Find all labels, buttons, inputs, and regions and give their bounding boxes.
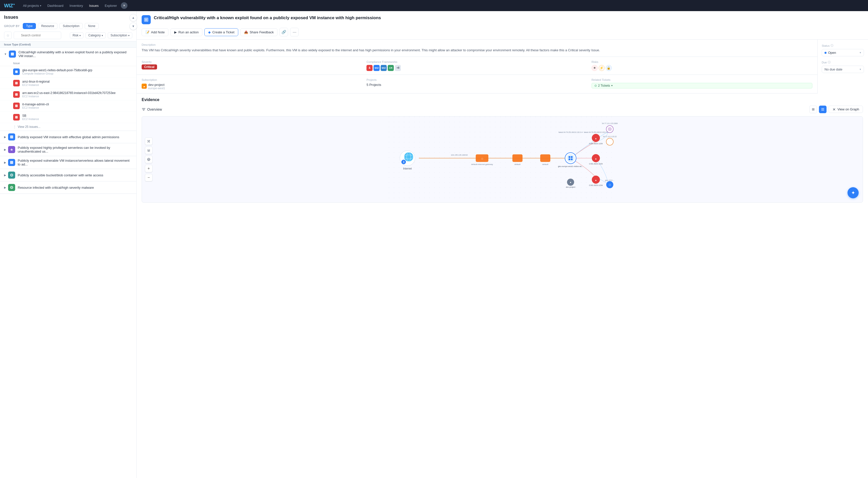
- comp-more[interactable]: +8: [395, 65, 401, 71]
- create-ticket-button[interactable]: ◆ Create a Ticket: [204, 28, 238, 36]
- compliance-icons: & WIZ WIZ CR +8: [367, 65, 587, 71]
- issue-group-4: ▶ Publicly exposed vulnerable VM instanc…: [0, 156, 136, 169]
- subscription-value: ☁ dev-project europe-west1: [142, 83, 363, 90]
- link-button[interactable]: 🔗: [279, 28, 288, 36]
- comp-icon-4[interactable]: CR: [388, 65, 394, 71]
- svg-text:gke-europe-west1-rieltes-de...: gke-europe-west1-rieltes-de...: [558, 165, 583, 168]
- tickets-badge[interactable]: ⊙ 2 Tickets: [592, 83, 812, 89]
- nav-all-projects[interactable]: All projects: [20, 0, 44, 11]
- svg-point-42: [404, 152, 413, 162]
- chevron-right-icon-3: ▶: [4, 148, 6, 151]
- category-filter-button[interactable]: Category: [86, 32, 106, 38]
- graph-zoom-out-button[interactable]: −: [145, 174, 153, 181]
- subscription-info: dev-project europe-west1: [148, 83, 165, 90]
- risk-icon-1[interactable]: ✳: [592, 65, 598, 71]
- scroll-up-button[interactable]: ▲: [136, 14, 137, 22]
- graph-layers-button[interactable]: [145, 146, 153, 154]
- issue-group-header-3[interactable]: ▶ Publicly exposed highly privileged ser…: [0, 143, 136, 156]
- filter-icon: [142, 107, 146, 111]
- svg-point-31: [149, 141, 150, 142]
- share-feedback-button[interactable]: 📤 Share Feedback: [240, 28, 277, 36]
- issue-item-sub-1: Compute Instance Group: [22, 72, 132, 75]
- graph-zoom-in-button[interactable]: +: [145, 165, 153, 172]
- issue-item-1[interactable]: gke-europe-west1-rieltes-default-pool-75…: [0, 66, 136, 77]
- subscription-filter-button[interactable]: Subscription: [108, 32, 132, 38]
- svg-text:⬡: ⬡: [609, 183, 611, 186]
- tickets-value[interactable]: ⊙ 2 Tickets: [592, 83, 812, 89]
- chevron-right-icon: ▶: [4, 135, 6, 139]
- group-none-button[interactable]: None: [85, 23, 99, 29]
- evidence-section: Evidence Overview ⊞ View on Graph: [136, 94, 868, 478]
- run-action-button[interactable]: ▶ Run an action: [170, 28, 202, 36]
- group-resource-button[interactable]: Resource: [38, 23, 57, 29]
- comp-icon-2[interactable]: WIZ: [374, 65, 380, 71]
- issue-item-3[interactable]: arn:aws:ec2:us-east-2:984186218765:insta…: [0, 89, 136, 100]
- issue-group-title-4: Publicly exposed vulnerable VM instance/…: [18, 159, 132, 166]
- issue-group-header-2[interactable]: ▶ Publicly exposed VM instance with effe…: [0, 131, 136, 143]
- floating-action-button[interactable]: ✦: [847, 187, 859, 198]
- nav-dashboard[interactable]: Dashboard: [44, 0, 66, 11]
- status-dropdown[interactable]: Open: [822, 49, 864, 56]
- group-by-row: GROUP BY Type Resource Subscription None: [4, 23, 132, 29]
- nav-close-button[interactable]: ✕: [121, 2, 127, 9]
- risks-label: Risks: [592, 60, 812, 63]
- issues-left-panel: Issues GROUP BY Type Resource Subscripti…: [0, 11, 136, 478]
- group-subscription-button[interactable]: Subscription: [59, 23, 83, 29]
- svg-rect-58: [571, 156, 572, 158]
- add-note-button[interactable]: 📝 Add Note: [142, 28, 168, 36]
- svg-line-24: [833, 108, 834, 109]
- comp-icon-3[interactable]: WIZ: [381, 65, 387, 71]
- view-on-graph-button[interactable]: View on Graph: [829, 106, 863, 113]
- nav-inventory[interactable]: Inventory: [66, 0, 86, 11]
- issue-title-row: Critical/High vulnerability with a known…: [142, 15, 863, 24]
- related-tickets-field: Related Tickets ⊙ 2 Tickets: [592, 78, 812, 90]
- issue-group-header-4[interactable]: ▶ Publicly exposed vulnerable VM instanc…: [0, 156, 136, 169]
- nav-explorer[interactable]: Explorer: [102, 0, 120, 11]
- svg-text:●: ●: [570, 181, 571, 184]
- group-type-button[interactable]: Type: [23, 23, 36, 29]
- issue-item-2[interactable]: amz-linux-it-regional EC2 Instance: [0, 77, 136, 89]
- left-panel-header: Issues GROUP BY Type Resource Subscripti…: [0, 11, 136, 41]
- chevron-right-icon-5: ▶: [4, 174, 6, 177]
- scroll-down-button[interactable]: ▼: [136, 23, 137, 30]
- issue-item-sub-4: EC2 Instance: [22, 106, 132, 109]
- issue-group-title-5: Publicly accessible bucket/blob containe…: [18, 173, 132, 177]
- issue-item-sub-2: EC2 Instance: [22, 83, 132, 87]
- view-more-link[interactable]: ⋮ View 25 issues...: [0, 123, 136, 131]
- issue-group-header-6[interactable]: ▶ Resource infected with critical/high s…: [0, 181, 136, 194]
- nav-issues[interactable]: Issues: [86, 0, 102, 11]
- more-options-button[interactable]: ⋯: [290, 28, 299, 36]
- risk-filter-button[interactable]: Risk: [70, 32, 84, 38]
- issue-group-header-1[interactable]: ▼ Critical/High vulnerability with a kno…: [0, 48, 136, 60]
- search-input[interactable]: [14, 32, 61, 39]
- svg-text:⬡: ⬡: [481, 158, 483, 160]
- compliance-label: Compliance Frameworks: [367, 60, 587, 63]
- issue-list: Issue Type (Control) ▼ Critical/High vul…: [0, 41, 136, 478]
- due-dropdown[interactable]: No due date: [822, 66, 864, 73]
- issue-item-5[interactable]: SB EC2 Instance: [0, 112, 136, 123]
- risk-icon-2[interactable]: ⚡: [599, 65, 605, 71]
- risk-icon-3[interactable]: 🔒: [606, 65, 612, 71]
- star-button[interactable]: ☆: [4, 32, 12, 39]
- list-view-button[interactable]: [819, 106, 827, 113]
- svg-text:default: default: [542, 163, 549, 166]
- issue-item-icon-2: [13, 80, 20, 87]
- issue-sub-list-1: Issue gke-europe-west1-rieltes-default-p…: [0, 60, 136, 131]
- svg-rect-0: [11, 53, 14, 56]
- top-navigation: WIZ✦ All projects Dashboard Inventory Is…: [0, 0, 868, 11]
- svg-rect-20: [147, 19, 148, 20]
- due-label: Due ⓘ: [822, 60, 864, 64]
- comp-icon-1[interactable]: &: [367, 65, 373, 71]
- subscription-icon: ☁: [142, 83, 147, 89]
- grid-view-button[interactable]: ⊞: [809, 106, 817, 113]
- issue-group-header-5[interactable]: ▶ Publicly accessible bucket/blob contai…: [0, 169, 136, 181]
- issue-item-text-5: SB EC2 Instance: [22, 114, 132, 121]
- svg-point-28: [148, 140, 149, 141]
- subscription-region: europe-west1: [148, 87, 165, 90]
- graph-target-button[interactable]: [145, 156, 153, 163]
- issue-sub-header: Issue: [0, 60, 136, 66]
- graph-arrange-button[interactable]: [145, 137, 153, 145]
- issue-group-5: ▶ Publicly accessible bucket/blob contai…: [0, 169, 136, 181]
- subscription-label: Subscription: [142, 78, 363, 81]
- issue-item-4[interactable]: it-manage-admin-cli EC2 Instance: [0, 100, 136, 112]
